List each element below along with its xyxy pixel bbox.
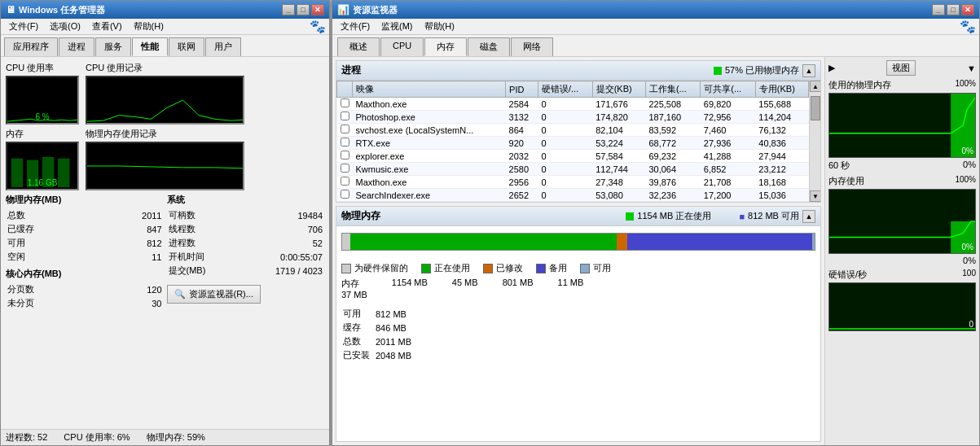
menu-options[interactable]: 选项(O): [45, 20, 86, 33]
th-working-set[interactable]: 工作集(...: [645, 81, 700, 98]
process-commit: 171,676: [592, 98, 645, 111]
cpu-usage-label: CPU 使用率: [6, 62, 79, 74]
row-checkbox[interactable]: [337, 111, 353, 124]
view-chevron-icon: ▼: [967, 63, 976, 73]
mem-use-zero-row: 0%: [828, 256, 976, 265]
th-shareable[interactable]: 可共享(...: [701, 81, 755, 98]
table-row: 可用812: [7, 237, 162, 249]
minimize-button[interactable]: _: [282, 4, 295, 15]
resmgr-close-button[interactable]: ✕: [961, 4, 974, 15]
process-pid: 864: [506, 124, 538, 137]
rm-tab-memory[interactable]: 内存: [424, 37, 467, 56]
tab-services[interactable]: 服务: [95, 37, 131, 56]
mem-modified-sub: 45 MB: [452, 278, 478, 300]
legend-free-box: [580, 264, 590, 273]
rm-tab-overview[interactable]: 概述: [337, 37, 380, 56]
tab-users[interactable]: 用户: [205, 37, 241, 56]
phys-mem-collapse-button[interactable]: ▲: [802, 210, 815, 223]
process-hard-faults: 0: [538, 176, 593, 189]
process-commit: 53,224: [592, 137, 645, 150]
phys-mem-legend: 为硬件保留的 正在使用 已修改 备用: [336, 257, 820, 303]
menu-file[interactable]: 文件(F): [4, 20, 43, 33]
row-checkbox[interactable]: [337, 176, 353, 189]
process-shareable: 72,956: [701, 111, 755, 124]
table-row: 缓存 846 MB: [343, 321, 411, 334]
row-checkbox[interactable]: [337, 150, 353, 163]
resmgr-minimize-button[interactable]: _: [932, 4, 945, 15]
tab-processes[interactable]: 进程: [59, 37, 94, 56]
menu-view[interactable]: 查看(V): [87, 20, 127, 33]
process-private: 15,036: [755, 189, 808, 202]
scroll-thumb[interactable]: [811, 96, 820, 120]
th-hard-faults[interactable]: 硬错误/...: [538, 81, 593, 98]
right-panel-spacer: ▶: [828, 63, 835, 73]
process-commit: 57,584: [592, 150, 645, 163]
rm-menu-help[interactable]: 帮助(H): [420, 20, 459, 33]
process-pid: 2652: [506, 189, 538, 202]
processes-table-header: 映像 PID 硬错误/... 提交(KB) 工作集(... 可共享(... 专用…: [337, 81, 809, 98]
mem-use-graph-section: 内存使用 100% 0% 0%: [828, 175, 976, 265]
taskmgr-statusbar: 进程数: 52 CPU 使用率: 6% 物理内存: 59%: [1, 429, 329, 445]
tab-applications[interactable]: 应用程序: [4, 37, 58, 56]
value: 0:00:55:07: [237, 251, 323, 263]
process-shareable: 69,820: [701, 98, 755, 111]
process-name: Photoshop.exe: [353, 111, 506, 124]
value: 846 MB: [376, 321, 411, 334]
table-row: 提交(MB)1719 / 4023: [169, 265, 323, 277]
process-name: SearchIndexer.exe: [353, 189, 506, 202]
processes-scrollbar[interactable]: ▲ ▼: [809, 81, 820, 202]
rm-tab-network[interactable]: 网络: [511, 37, 553, 56]
row-checkbox[interactable]: [337, 163, 353, 176]
processes-section-header[interactable]: 进程 57% 已用物理内存 ▲: [336, 61, 820, 81]
th-private[interactable]: 专用(KB): [755, 81, 808, 98]
rm-tab-disk[interactable]: 磁盘: [468, 37, 510, 56]
cpu-history-graph: [86, 76, 244, 125]
phys-mem-graph-pct: 100%: [955, 79, 976, 91]
phys-mem-section-header[interactable]: 物理内存 1154 MB 正在使用 ■ 812 MB 可用 ▲: [336, 207, 820, 226]
memory-graphs-row: 内存 1.16 GB 物理内存使用记录: [6, 128, 324, 190]
resmgr-title: 资源监视器: [353, 4, 398, 16]
resmgr-maximize-button[interactable]: □: [947, 4, 960, 15]
process-working-set: 225,508: [645, 98, 700, 111]
mem-use-graph: 0%: [828, 189, 976, 254]
th-checkbox[interactable]: [337, 81, 353, 98]
svg-rect-3: [11, 159, 23, 187]
memory-usage-text: 1.16 GB: [28, 178, 58, 187]
row-checkbox[interactable]: [337, 189, 353, 202]
system-stats: 系统 可柄数19484 线程数706 进程数52 开机时间0:00:55:07 …: [167, 194, 325, 311]
row-checkbox[interactable]: [337, 98, 353, 111]
close-button[interactable]: ✕: [311, 4, 324, 15]
hard-faults-graph-value: 100: [962, 269, 976, 281]
table-row: 可柄数19484: [169, 209, 323, 221]
scroll-down-button[interactable]: ▼: [810, 190, 820, 202]
process-shareable: 41,288: [701, 150, 755, 163]
th-pid[interactable]: PID: [506, 81, 538, 98]
maximize-button[interactable]: □: [297, 4, 310, 15]
table-row: 总数2011: [7, 209, 162, 221]
resource-monitor-button[interactable]: 🔍 资源监视器(R)...: [167, 285, 261, 304]
th-commit[interactable]: 提交(KB): [592, 81, 645, 98]
resmgr-window-buttons: _ □ ✕: [932, 4, 974, 15]
process-working-set: 68,772: [645, 137, 700, 150]
rm-menu-monitor[interactable]: 监视(M): [376, 20, 418, 33]
menu-help[interactable]: 帮助(H): [129, 20, 169, 33]
mem-reserved-bar: [342, 234, 350, 250]
processes-collapse-button[interactable]: ▲: [802, 64, 815, 77]
resource-monitor-label: 资源监视器(R)...: [189, 288, 253, 300]
tab-performance[interactable]: 性能: [132, 37, 168, 56]
view-button[interactable]: 视图: [886, 60, 916, 76]
rm-menu-file[interactable]: 文件(F): [336, 20, 375, 33]
resmgr-window: 📊 资源监视器 _ □ ✕ 文件(F) 监视(M) 帮助(H) 🐾 概述 CPU…: [332, 0, 980, 446]
row-checkbox[interactable]: [337, 137, 353, 150]
tab-network[interactable]: 联网: [169, 37, 204, 56]
phys-mem-info-avail: 812 MB 可用: [748, 210, 799, 222]
rm-tab-cpu[interactable]: CPU: [380, 37, 424, 56]
processes-table-wrapper: 映像 PID 硬错误/... 提交(KB) 工作集(... 可共享(... 专用…: [336, 81, 809, 202]
resmgr-titlebar: 📊 资源监视器 _ □ ✕: [332, 1, 979, 19]
table-row: 可用 812 MB: [343, 308, 411, 320]
th-image[interactable]: 映像: [353, 81, 506, 98]
scroll-up-button[interactable]: ▲: [810, 81, 820, 92]
label: 空闲: [7, 251, 95, 263]
row-checkbox[interactable]: [337, 124, 353, 137]
process-hard-faults: 0: [538, 111, 593, 124]
